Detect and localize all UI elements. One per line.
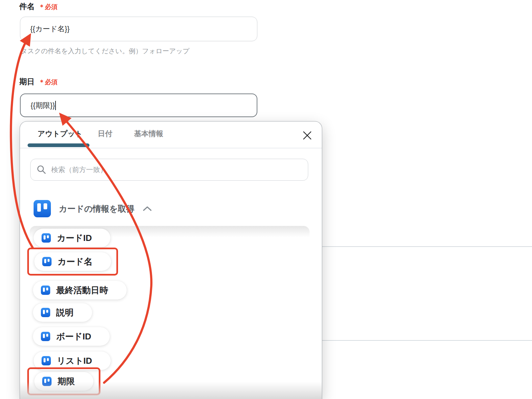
scroll-bottom-shadow [20, 382, 322, 399]
output-pill-card-id[interactable]: カードID [34, 229, 110, 247]
trello-icon [41, 286, 50, 295]
trello-icon [42, 356, 51, 365]
search-placeholder: 検索（前方一致） [51, 165, 107, 174]
pill-label: リストID [57, 355, 92, 367]
chevron-up-icon [142, 206, 152, 212]
close-icon [302, 130, 312, 140]
search-input[interactable]: 検索（前方一致） [30, 159, 308, 181]
due-required-badge: ＊必須 [39, 78, 58, 87]
output-pill-card-name[interactable]: カード名 [34, 252, 111, 271]
output-pill-last-activity[interactable]: 最終活動日時 [33, 281, 127, 299]
output-pill-board-id[interactable]: ボードID [33, 327, 110, 346]
highlight-box-card-name: カード名 [27, 248, 118, 276]
pill-label: カードID [57, 232, 92, 244]
active-tab-underline [28, 143, 89, 147]
background-divider-bottom [299, 340, 532, 341]
due-label: 期日 [19, 77, 35, 87]
pill-label: 最終活動日時 [56, 285, 108, 296]
tab-date[interactable]: 日付 [98, 129, 112, 139]
due-input[interactable]: {{期限}} [20, 94, 257, 117]
trello-icon [42, 257, 52, 266]
trello-icon [34, 200, 51, 217]
subject-input-value: {{カード名}} [30, 24, 69, 34]
section-header[interactable]: カードの情報を取得 [34, 200, 152, 217]
tab-basic-info[interactable]: 基本情報 [134, 129, 163, 139]
subject-helper-text: タスクの件名を入力してください。例）フォローアップ [21, 47, 190, 56]
close-button[interactable] [301, 129, 313, 141]
subject-required-badge: ＊必須 [39, 3, 58, 12]
subject-label-row: 件名 ＊必須 [19, 1, 58, 12]
subject-label: 件名 [19, 1, 35, 12]
output-pill-description[interactable]: 説明 [33, 303, 92, 322]
output-picker-popup: アウトプット 日付 基本情報 検索（前方一致） カードの情報を取得 カードID … [20, 121, 322, 399]
search-icon [37, 165, 47, 175]
section-title: カードの情報を取得 [59, 203, 134, 214]
pill-label: カード名 [58, 256, 92, 268]
pill-label: ボードID [56, 331, 91, 342]
pill-label: 説明 [56, 307, 73, 318]
background-divider-top [299, 246, 532, 247]
due-input-value: {{期限}} [31, 100, 55, 110]
trello-icon [41, 332, 50, 341]
due-label-row: 期日 ＊必須 [19, 77, 58, 87]
trello-icon [42, 233, 51, 243]
page: { "form": { "subject": { "label": "件名", … [0, 0, 532, 399]
trello-icon [41, 308, 50, 317]
tabbar-divider [20, 148, 322, 148]
text-cursor [55, 101, 56, 110]
tab-output[interactable]: アウトプット [38, 129, 82, 139]
subject-input[interactable]: {{カード名}} [20, 17, 257, 41]
